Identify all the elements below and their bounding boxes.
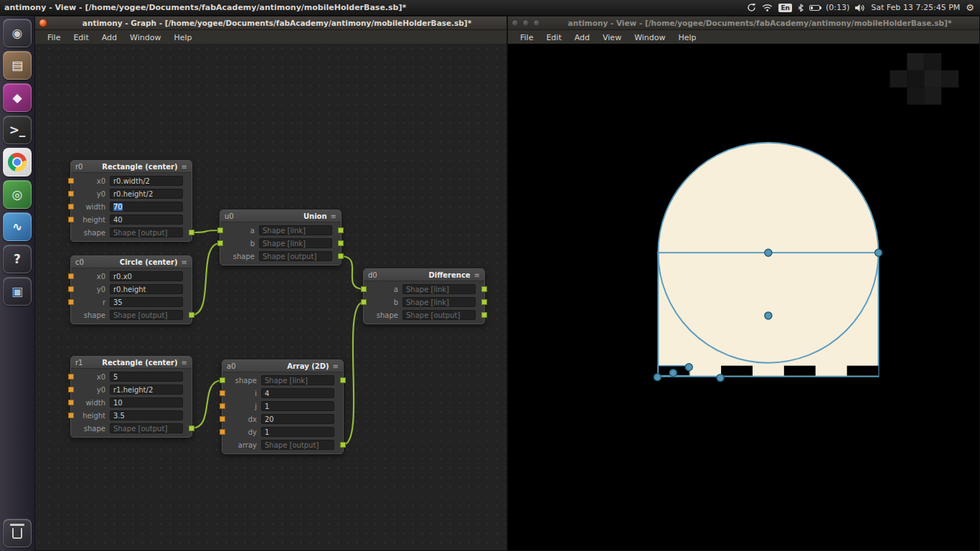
launcher-app-blue[interactable]: ∿ bbox=[3, 212, 32, 241]
node-menu-icon[interactable]: ≡ bbox=[331, 212, 336, 220]
graph-menu-add[interactable]: Add bbox=[95, 31, 123, 44]
field-r0-x0[interactable]: r0.width/2 bbox=[110, 176, 183, 186]
session-gear-icon[interactable]: ⚙ bbox=[966, 2, 974, 13]
field-r0-y0[interactable]: r0.height/2 bbox=[110, 189, 183, 199]
drag-handle-circle-center[interactable] bbox=[765, 249, 772, 256]
node-header[interactable]: a0Array (2D)≡ bbox=[222, 360, 343, 372]
launcher-terminal[interactable]: >_ bbox=[3, 116, 32, 144]
field-d0-b[interactable]: Shape [link] bbox=[402, 297, 476, 307]
shape-input-port[interactable] bbox=[220, 377, 225, 383]
view-canvas[interactable] bbox=[508, 44, 979, 550]
view-menu-add[interactable]: Add bbox=[568, 31, 596, 44]
field-c0-shape[interactable]: Shape [output] bbox=[110, 310, 183, 320]
node-r1[interactable]: r1Rectangle (center)≡x05y0r1.height/2wid… bbox=[70, 356, 192, 438]
field-a0-dy[interactable]: 1 bbox=[261, 427, 334, 437]
shape-input-port[interactable] bbox=[361, 299, 367, 305]
node-menu-icon[interactable]: ≡ bbox=[182, 359, 187, 367]
shape-output-port[interactable] bbox=[340, 442, 346, 448]
field-r1-x0[interactable]: 5 bbox=[110, 372, 183, 382]
field-r0-shape[interactable]: Shape [output] bbox=[110, 227, 183, 237]
network-sync-icon[interactable] bbox=[747, 3, 756, 12]
shape-output-port[interactable] bbox=[338, 227, 344, 233]
node-c0[interactable]: c0Circle (center)≡x0r0.x0y0r0.heightr35s… bbox=[70, 255, 192, 324]
field-a0-i[interactable]: 4 bbox=[261, 388, 334, 398]
view-menu-file[interactable]: File bbox=[514, 31, 540, 44]
launcher-trash[interactable] bbox=[3, 519, 32, 547]
shape-input-port[interactable] bbox=[361, 286, 367, 292]
graph-menu-window[interactable]: Window bbox=[123, 31, 167, 44]
float-input-port[interactable] bbox=[68, 299, 74, 305]
float-input-port[interactable] bbox=[68, 178, 74, 184]
view-titlebar[interactable]: antimony - View - [/home/yogee/Documents… bbox=[508, 17, 979, 30]
wire-u0-shape-to-d0-a[interactable] bbox=[341, 256, 364, 289]
shape-output-port[interactable] bbox=[338, 240, 344, 246]
field-d0-shape[interactable]: Shape [output] bbox=[402, 310, 476, 320]
float-input-port[interactable] bbox=[68, 387, 74, 392]
node-a0[interactable]: a0Array (2D)≡shapeShape [link]i4j1dx20dy… bbox=[222, 359, 344, 454]
field-u0-b[interactable]: Shape [link] bbox=[259, 238, 332, 248]
view-menu-edit[interactable]: Edit bbox=[540, 31, 567, 44]
battery-icon[interactable] bbox=[809, 5, 820, 11]
clock[interactable]: Sat Feb 13 7:25:45 PM bbox=[871, 3, 960, 12]
wifi-icon[interactable] bbox=[762, 4, 773, 11]
shape-output-port[interactable] bbox=[481, 286, 487, 292]
volume-icon[interactable] bbox=[855, 4, 865, 12]
graph-titlebar[interactable]: antimony - Graph - [/home/yogee/Document… bbox=[35, 17, 507, 30]
launcher-files[interactable]: ▤ bbox=[3, 51, 32, 80]
launcher-dash[interactable]: ◉ bbox=[3, 19, 32, 47]
node-header[interactable]: u0Union≡ bbox=[220, 210, 341, 222]
float-input-port[interactable] bbox=[220, 429, 225, 435]
node-header[interactable]: d0Difference≡ bbox=[364, 269, 484, 281]
node-d0[interactable]: d0Difference≡aShape [link]bShape [link]s… bbox=[363, 268, 485, 324]
shape-output-port[interactable] bbox=[189, 425, 194, 431]
drag-handle-r1-corner[interactable] bbox=[654, 374, 661, 381]
drag-handle-rect-center[interactable] bbox=[765, 312, 772, 319]
drag-handle-rect-top-right[interactable] bbox=[875, 249, 882, 256]
wire-c0-shape-to-u0-b[interactable] bbox=[192, 243, 220, 315]
field-c0-x0[interactable]: r0.x0 bbox=[110, 271, 183, 281]
launcher-software[interactable]: ◆ bbox=[3, 83, 32, 112]
drag-handle-r1-center[interactable] bbox=[669, 369, 677, 377]
field-d0-a[interactable]: Shape [link] bbox=[402, 284, 476, 294]
shape-input-port[interactable] bbox=[217, 227, 223, 233]
field-c0-y0[interactable]: r0.height bbox=[110, 284, 183, 294]
float-input-port[interactable] bbox=[68, 204, 74, 209]
field-r1-shape[interactable]: Shape [output] bbox=[110, 423, 183, 433]
field-r1-y0[interactable]: r1.height/2 bbox=[110, 385, 183, 395]
field-a0-j[interactable]: 1 bbox=[261, 401, 334, 411]
node-menu-icon[interactable]: ≡ bbox=[474, 271, 480, 279]
shape-output-port[interactable] bbox=[338, 253, 344, 259]
field-a0-shape[interactable]: Shape [link] bbox=[261, 375, 334, 385]
shape-input-port[interactable] bbox=[217, 240, 223, 246]
float-input-port[interactable] bbox=[220, 403, 225, 409]
launcher-help[interactable]: ? bbox=[3, 245, 32, 273]
wire-a0-array-to-d0-b[interactable] bbox=[343, 302, 364, 445]
shape-output-port[interactable] bbox=[189, 312, 194, 318]
float-input-port[interactable] bbox=[68, 273, 74, 279]
float-input-port[interactable] bbox=[220, 390, 225, 396]
shape-output-port[interactable] bbox=[481, 299, 487, 305]
node-r0[interactable]: r0Rectangle (center)≡x0r0.width/2y0r0.he… bbox=[70, 160, 192, 242]
minimize-button[interactable] bbox=[522, 19, 529, 27]
drag-handle-array-dx[interactable] bbox=[717, 375, 724, 382]
graph-menu-help[interactable]: Help bbox=[167, 31, 198, 44]
field-r0-width[interactable]: 70 bbox=[110, 202, 183, 212]
node-menu-icon[interactable]: ≡ bbox=[333, 362, 339, 370]
float-input-port[interactable] bbox=[68, 217, 74, 222]
node-u0[interactable]: u0Union≡aShape [link]bShape [link]shapeS… bbox=[220, 209, 341, 265]
field-r1-height[interactable]: 3.5 bbox=[110, 410, 183, 420]
node-header[interactable]: r1Rectangle (center)≡ bbox=[71, 357, 192, 369]
graph-menu-file[interactable]: File bbox=[41, 31, 67, 44]
float-input-port[interactable] bbox=[68, 286, 74, 292]
maximize-button[interactable] bbox=[533, 19, 540, 27]
view-menu-help[interactable]: Help bbox=[672, 31, 703, 44]
float-input-port[interactable] bbox=[68, 413, 74, 418]
drag-handle-r1-corner-2[interactable] bbox=[685, 364, 692, 371]
keyboard-layout-indicator[interactable]: En bbox=[778, 4, 792, 12]
view-menu-view[interactable]: View bbox=[596, 31, 628, 44]
field-c0-r[interactable]: 35 bbox=[110, 297, 183, 307]
node-menu-icon[interactable]: ≡ bbox=[182, 163, 187, 171]
launcher-workspace[interactable]: ▣ bbox=[3, 277, 32, 306]
wire-r1-shape-to-a0-shape[interactable] bbox=[192, 380, 222, 428]
launcher-chrome[interactable] bbox=[3, 148, 32, 176]
